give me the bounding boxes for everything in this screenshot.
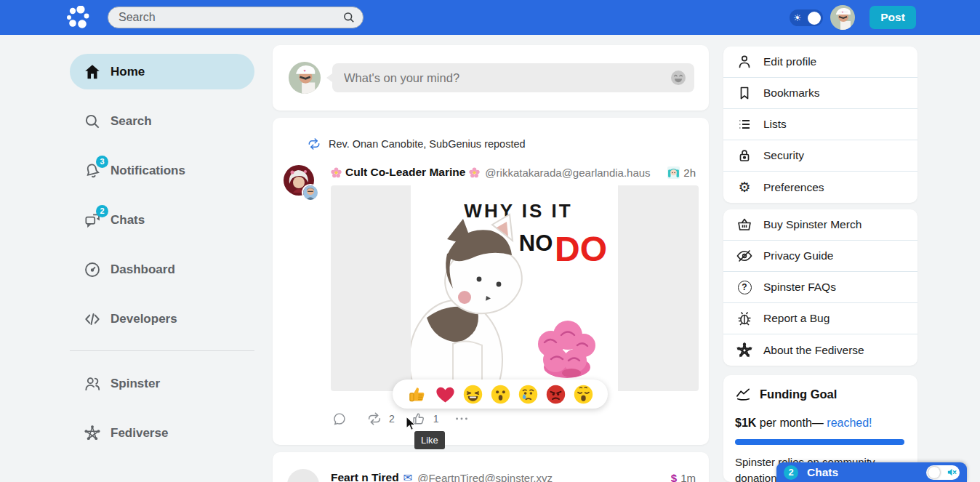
funding-title: Funding Goal — [760, 387, 837, 401]
repost-line-text[interactable]: Rev. Onan Canobite, SubGenius reposted — [329, 138, 526, 150]
funding-amount: $1K — [735, 417, 756, 429]
menu-label: Preferences — [763, 181, 824, 194]
page: ☀ ♥ Post Home S — [0, 0, 980, 482]
chats-dock[interactable]: 2 Chats — [776, 462, 967, 482]
menu-item-preferences[interactable]: ⚙ Preferences — [723, 172, 917, 203]
menu-label: Security — [763, 149, 804, 162]
avatar-image: ♥ — [830, 5, 855, 30]
repost-action-icon[interactable] — [366, 411, 382, 427]
search-icon[interactable] — [342, 10, 356, 25]
eye-slash-icon — [736, 247, 753, 265]
author-handle[interactable]: @rikkatakarada@gearlandia.haus — [485, 166, 650, 179]
like-count[interactable]: 1 — [433, 413, 439, 425]
home-icon — [83, 63, 102, 81]
menu-item-merch[interactable]: Buy Spinster Merch — [723, 209, 917, 241]
menu-label: Report a Bug — [763, 312, 830, 325]
menu-item-security[interactable]: Security — [723, 140, 917, 172]
sidebar-label: Spinster — [111, 377, 160, 391]
chats-label: Chats — [807, 466, 838, 479]
post-image[interactable]: WHY IS IT NO DO — [331, 185, 699, 391]
sidebar-label: Home — [111, 65, 145, 79]
emoji-picker-icon[interactable] — [670, 69, 687, 87]
reaction-heart[interactable] — [435, 384, 456, 405]
more-icon[interactable] — [454, 411, 470, 427]
funding-reached-link[interactable]: reached! — [827, 417, 872, 429]
dashboard-icon — [83, 260, 102, 279]
sidebar-item-chats[interactable]: 2 Chats — [70, 202, 254, 238]
sidebar-item-spinster[interactable]: Spinster — [70, 366, 254, 401]
bookmark-icon — [736, 84, 753, 102]
reaction-picker — [393, 379, 608, 409]
post-card: Rev. Onan Canobite, SubGenius reposted — [273, 118, 709, 445]
sidebar-label: Dashboard — [111, 262, 175, 277]
code-icon — [83, 310, 102, 329]
sidebar-item-dashboard[interactable]: Dashboard — [70, 252, 254, 287]
menu-item-lists[interactable]: Lists — [723, 109, 917, 140]
post-time[interactable]: 1m — [680, 472, 696, 482]
spinster-logo-icon[interactable] — [65, 6, 90, 29]
menu-item-edit-profile[interactable]: Edit profile — [723, 47, 917, 78]
menu-label: Privacy Guide — [763, 249, 833, 262]
post-meta: 2h — [667, 166, 696, 179]
reaction-crying[interactable] — [518, 384, 539, 405]
people-icon — [83, 374, 102, 393]
reaction-thumbs-up[interactable] — [407, 384, 428, 405]
lists-icon — [736, 116, 753, 133]
donor-badge: $ — [671, 472, 677, 482]
compose-input[interactable] — [332, 63, 694, 92]
chat-sound-toggle[interactable] — [926, 465, 960, 480]
bug-icon — [736, 310, 753, 327]
post-time[interactable]: 2h — [683, 166, 696, 179]
user-avatar[interactable]: ♥ — [830, 5, 855, 30]
sidebar-item-notifications[interactable]: 3 Notifications — [70, 153, 254, 188]
author-name[interactable]: Cult Co-Leader Marine — [345, 166, 465, 179]
reaction-angry[interactable] — [545, 384, 566, 405]
sidebar-label: Developers — [111, 312, 177, 326]
sidebar-item-developers[interactable]: Developers — [70, 301, 254, 337]
menu-item-report-bug[interactable]: Report a Bug — [723, 303, 917, 334]
funding-title-row: Funding Goal — [735, 386, 906, 403]
sun-icon: ☀ — [793, 13, 802, 23]
theme-toggle[interactable]: ☀ — [790, 9, 823, 26]
reposter-avatar[interactable] — [302, 184, 319, 201]
reaction-weary[interactable] — [573, 384, 594, 405]
left-sidebar: Home Search 3 Notifications — [70, 54, 254, 465]
author-name[interactable]: Feart n Tired — [331, 471, 399, 482]
search-box — [108, 7, 364, 28]
post-button[interactable]: Post — [869, 6, 916, 29]
menu-item-about-fediverse[interactable]: About the Fediverse — [723, 334, 917, 366]
sidebar-item-search[interactable]: Search — [70, 103, 254, 139]
reaction-laughing[interactable] — [462, 384, 483, 405]
notifications-badge: 3 — [96, 156, 108, 168]
comment-icon[interactable] — [332, 411, 348, 427]
chats-count-badge: 2 — [784, 465, 798, 480]
svg-text:♥: ♥ — [303, 68, 305, 73]
menu-label: Buy Spinster Merch — [763, 218, 861, 231]
menu-label: Lists — [763, 118, 787, 131]
funding-dash: — — [812, 417, 827, 429]
lock-icon — [736, 147, 753, 164]
chart-icon — [735, 386, 752, 403]
svg-text:WHY IS IT: WHY IS IT — [464, 200, 572, 222]
menu-item-faqs[interactable]: ? Spinster FAQs — [723, 272, 917, 303]
sidebar-item-home[interactable]: Home — [70, 54, 254, 89]
search-input[interactable] — [108, 7, 364, 28]
sidebar-label: Chats — [111, 213, 145, 228]
sidebar-label: Notifications — [111, 164, 185, 178]
speaker-muted-icon — [947, 467, 957, 478]
bell-icon: 3 — [83, 161, 102, 180]
sidebar-item-fediverse[interactable]: Fediverse — [70, 415, 254, 451]
reaction-surprised[interactable] — [490, 384, 511, 405]
next-post-card: Feart n Tired ✉ @FeartnTired@spinster.xy… — [273, 452, 709, 482]
toggle-knob — [928, 467, 940, 478]
compose-avatar[interactable]: ♥ — [289, 62, 321, 94]
repost-count[interactable]: 2 — [389, 413, 395, 425]
author-handle[interactable]: @FeartnTired@spinster.xyz — [417, 472, 553, 482]
compose-card: ♥ — [273, 45, 709, 111]
menu-item-privacy-guide[interactable]: Privacy Guide — [723, 241, 917, 272]
envelope-icon: ✉ — [403, 473, 413, 482]
menu-item-bookmarks[interactable]: Bookmarks — [723, 78, 917, 109]
sidebar-label: Search — [111, 114, 152, 129]
next-post-avatar[interactable] — [287, 469, 319, 482]
flower-emoji — [469, 167, 480, 178]
